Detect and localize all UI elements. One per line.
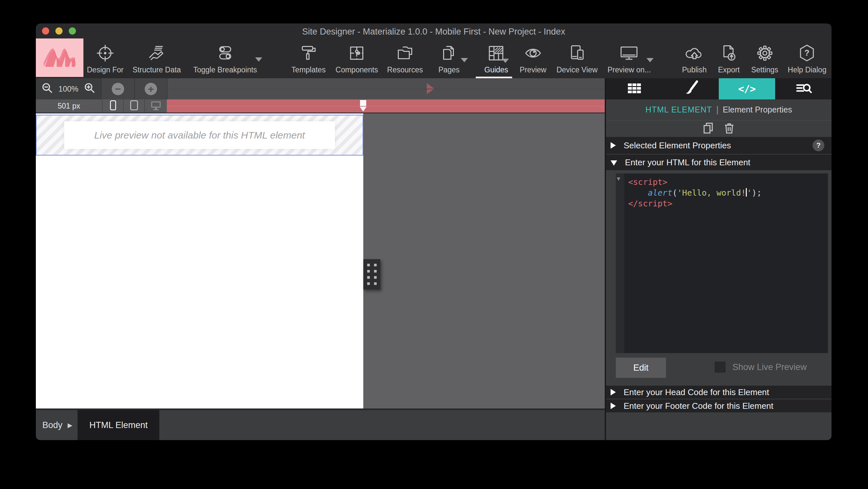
breakpoint-range-bar[interactable]	[167, 99, 605, 113]
breadcrumb-bar: Body ▶ HTML Element	[36, 408, 605, 440]
toolbar-structure-data-button[interactable]: Structure Data	[133, 41, 181, 74]
section-enter-head-code[interactable]: Enter your Head Code for this Element	[606, 386, 832, 399]
selected-html-element[interactable]: Live preview not available for this HTML…	[36, 115, 363, 155]
code-editor[interactable]: ▾ <script> alert('Hello, world!');</scri…	[616, 173, 828, 353]
canvas-resize-handle[interactable]	[363, 259, 380, 289]
toolbar-toggle-breakpoints-button[interactable]: Toggle Breakpoints	[193, 41, 257, 74]
workspace: Live preview not available for this HTML…	[36, 113, 605, 408]
preview-on-dropdown-arrow[interactable]	[646, 58, 654, 62]
breakpoint-marker[interactable]	[360, 100, 366, 112]
toolbar-preview-button[interactable]: Preview	[520, 41, 547, 74]
guides-dropdown-arrow[interactable]	[502, 59, 509, 63]
tab-inspector[interactable]	[775, 78, 832, 99]
code-paren: (	[672, 188, 677, 198]
toolbar-label: Preview	[520, 65, 547, 74]
publish-cloud-upload-icon	[684, 41, 705, 63]
remove-breakpoint-button[interactable]: −	[112, 83, 124, 95]
design-area: 100% − + 501 px	[36, 78, 605, 440]
toolbar-settings-button[interactable]: Settings	[751, 41, 778, 74]
design-for-icon	[95, 41, 115, 63]
phone-icon	[109, 100, 117, 112]
toolbar-label: Components	[336, 65, 378, 74]
help-hexagon-icon: ?	[797, 41, 817, 63]
zoom-out-icon[interactable]	[41, 82, 53, 96]
panel-filler	[606, 412, 832, 440]
code-function: alert	[648, 188, 672, 198]
toolbar-resources-button[interactable]: Resources	[387, 41, 423, 74]
tab-element-code[interactable]: </>	[719, 78, 775, 99]
templates-icon	[299, 41, 318, 63]
desktop-icon	[151, 100, 161, 112]
show-live-preview-checkbox[interactable]	[715, 362, 725, 373]
app-window: Site Designer - Materialize 1.0.0 - Mobi…	[36, 24, 832, 440]
toolbar-publish-button[interactable]: Publish	[682, 41, 706, 74]
toolbar-components-button[interactable]: Components	[336, 41, 378, 74]
delete-element-icon[interactable]	[723, 122, 735, 135]
help-badge[interactable]: ?	[813, 140, 824, 151]
zoom-in-icon[interactable]	[84, 82, 95, 96]
components-icon	[347, 41, 367, 63]
preview-eye-icon	[523, 41, 543, 63]
properties-panel: </> HTML ELEMENT | Element Properties	[605, 78, 832, 440]
element-actions-row	[606, 120, 832, 137]
toolbar-export-button[interactable]: Export	[718, 41, 740, 74]
preview-on-monitor-icon	[619, 41, 640, 63]
breadcrumb-arrow-icon: ▶	[68, 410, 73, 440]
duplicate-element-icon[interactable]	[703, 122, 714, 135]
phone-view-button[interactable]	[102, 99, 123, 113]
handle-dot	[374, 270, 377, 272]
edit-button[interactable]: Edit	[616, 357, 666, 378]
breadcrumb-html-element[interactable]: HTML Element	[78, 410, 159, 440]
toolbar-templates-button[interactable]: Templates	[291, 41, 326, 74]
code-icon: </>	[738, 83, 755, 94]
code-indent	[628, 188, 648, 198]
toolbar-pages-button[interactable]: Pages	[438, 41, 459, 74]
zoom-controls-row: 100% − +	[36, 78, 605, 99]
show-live-preview-label: Show Live Preview	[733, 362, 807, 372]
header-divider: |	[716, 105, 718, 115]
add-breakpoint-button[interactable]: +	[145, 83, 157, 95]
section-selected-element-properties[interactable]: Selected Element Properties ?	[606, 137, 832, 154]
placeholder-text: Live preview not available for this HTML…	[94, 130, 305, 141]
desktop-view-button[interactable]	[144, 99, 167, 113]
breakpoint-width-label: 501 px	[36, 99, 102, 113]
svg-text:?: ?	[804, 48, 809, 57]
collapsed-arrow-icon	[611, 142, 616, 149]
tab-layout[interactable]	[606, 78, 662, 99]
toolbar-label: Design For	[87, 65, 123, 74]
toolbar-guides-button[interactable]: Guides	[485, 41, 508, 74]
section-enter-footer-code[interactable]: Enter your Footer Code for this Element	[606, 399, 832, 412]
tablet-icon	[130, 100, 138, 112]
tablet-view-button[interactable]	[123, 99, 144, 113]
breadcrumb-body[interactable]: Body	[36, 410, 63, 440]
code-open-tag: <script>	[628, 177, 667, 187]
page-canvas[interactable]: Live preview not available for this HTML…	[36, 113, 363, 408]
pages-dropdown-arrow[interactable]	[461, 58, 468, 62]
html-element-placeholder-box: Live preview not available for this HTML…	[64, 121, 335, 149]
breakpoint-add-cell: +	[134, 78, 167, 99]
code-actions-row: Edit Show Live Preview	[606, 357, 832, 384]
html-code-section: ▾ <script> alert('Hello, world!');</scri…	[606, 170, 832, 357]
toolbar-preview-on-button[interactable]: Preview on...	[608, 41, 651, 74]
code-content[interactable]: <script> alert('Hello, world!');</script…	[628, 177, 762, 209]
handle-dot	[374, 282, 377, 285]
section-enter-html[interactable]: Enter your HTML for this Element	[606, 154, 832, 170]
handle-dot	[367, 282, 370, 285]
settings-gear-icon	[755, 41, 774, 63]
export-icon	[719, 41, 739, 63]
toolbar-label: Guides	[485, 65, 508, 74]
fold-arrow-icon[interactable]: ▾	[617, 175, 620, 182]
toolbar-design-for-button[interactable]: Design For	[87, 41, 123, 74]
minimize-window-button[interactable]	[55, 27, 63, 34]
toolbar-device-view-button[interactable]: Device View	[557, 41, 597, 74]
toolbar-help-dialog-button[interactable]: ? Help Dialog	[788, 41, 827, 74]
handle-dot	[374, 264, 377, 266]
zoom-window-button[interactable]	[69, 27, 76, 34]
close-window-button[interactable]	[42, 27, 49, 34]
tab-styles[interactable]	[662, 78, 719, 99]
toggle-breakpoints-dropdown-arrow[interactable]	[255, 57, 262, 62]
toolbar-label: Structure Data	[133, 65, 181, 74]
collapsed-arrow-icon	[611, 403, 616, 409]
breakpoint-ruler-row: 501 px	[36, 99, 605, 113]
breakpoint-play-marker[interactable]	[427, 83, 434, 94]
